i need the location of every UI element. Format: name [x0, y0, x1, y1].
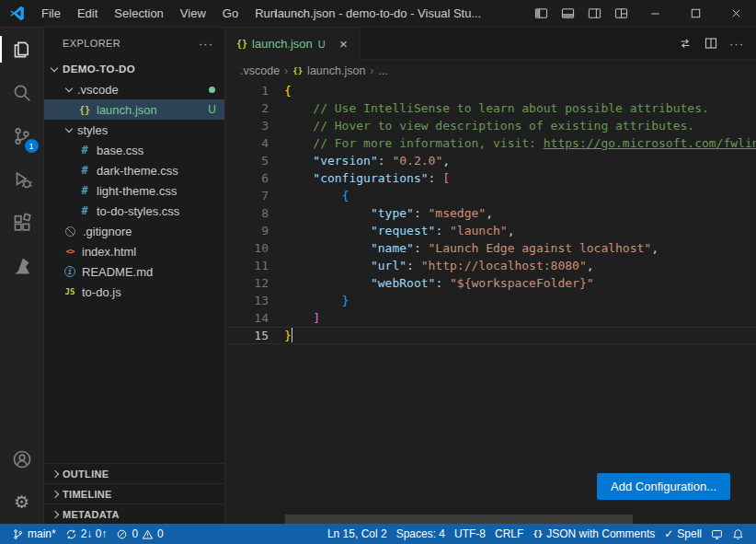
line-number[interactable]: 11 [225, 257, 269, 274]
eol-status[interactable]: CRLF [490, 524, 528, 544]
breadcrumb-folder[interactable]: .vscode [240, 64, 280, 77]
sync-status[interactable]: 2↓ 0↑ [61, 524, 112, 544]
tree-item-base-css[interactable]: #base.css [44, 140, 224, 160]
line-number[interactable]: 10 [225, 239, 269, 257]
branch-status[interactable]: main* [7, 524, 61, 544]
chevron-right-icon: › [370, 64, 373, 77]
line-number[interactable]: 6 [225, 169, 269, 187]
activity-run-debug-button[interactable] [0, 157, 44, 201]
cursor-position-status[interactable]: Ln 15, Col 2 [323, 524, 392, 544]
breadcrumb-symbol[interactable]: ... [379, 64, 388, 77]
line-number[interactable]: 2 [225, 99, 269, 117]
open-changes-button[interactable] [675, 33, 695, 53]
chevron-right-icon [48, 487, 63, 502]
code-line-12[interactable]: 12 "webRoot": "${workspaceFolder}" [225, 274, 756, 292]
toggle-sidebar-button[interactable] [528, 0, 555, 27]
problems-status[interactable]: 0 0 [111, 524, 167, 544]
code-line-10[interactable]: 10 "name": "Launch Edge against localhos… [225, 239, 756, 257]
git-branch-icon [12, 528, 24, 540]
line-number[interactable]: 5 [225, 152, 269, 169]
breadcrumb-file[interactable]: launch.json [307, 64, 365, 77]
tree-item-launch-json[interactable]: {}launch.jsonU [44, 99, 224, 120]
notifications-button[interactable] [727, 524, 749, 544]
editor-more-actions-button[interactable]: ··· [727, 33, 747, 53]
line-number[interactable]: 13 [225, 292, 269, 309]
tree-item-index-html[interactable]: <>index.html [44, 241, 224, 261]
menu-view[interactable]: View [172, 0, 214, 27]
code-line-4[interactable]: 4 // For more information, visit: https:… [225, 134, 756, 152]
line-number[interactable]: 9 [225, 222, 269, 239]
tree-item-to-do-js[interactable]: JSto-do.js [44, 282, 224, 302]
code-line-1[interactable]: 1{ [225, 82, 756, 99]
line-number[interactable]: 3 [225, 117, 269, 134]
code-line-5[interactable]: 5 "version": "0.2.0", [225, 152, 756, 169]
tree-item-readme-md[interactable]: iREADME.md [44, 261, 224, 282]
code-line-15[interactable]: 15} [225, 327, 756, 344]
add-configuration-button[interactable]: Add Configuration... [597, 473, 730, 500]
sidebar-more-actions-button[interactable]: ··· [199, 37, 213, 51]
maximize-button[interactable] [675, 0, 716, 27]
timeline-section-header[interactable]: TIMELINE [44, 483, 224, 503]
tree-item-vscode[interactable]: .vscode [44, 79, 224, 99]
code-line-7[interactable]: 7 { [225, 187, 756, 204]
code-line-6[interactable]: 6 "configurations": [ [225, 169, 756, 187]
scrollbar-thumb[interactable] [285, 515, 633, 524]
settings-button[interactable]: ⚙ [0, 480, 44, 524]
code-line-8[interactable]: 8 "type": "msedge", [225, 204, 756, 222]
css-file-icon: # [77, 143, 92, 157]
code-line-13[interactable]: 13 } [225, 292, 756, 309]
line-number[interactable]: 12 [225, 274, 269, 292]
language-mode-status[interactable]: {} JSON with Comments [528, 524, 659, 544]
horizontal-scrollbar[interactable] [225, 515, 756, 524]
encoding-text: UTF-8 [454, 527, 486, 540]
window-controls [528, 0, 756, 27]
activity-explorer-button[interactable] [0, 28, 44, 71]
code-editor[interactable]: 1{2 // Use IntelliSense to learn about p… [225, 82, 756, 524]
activity-search-button[interactable] [0, 71, 44, 114]
toggle-panel-button[interactable] [555, 0, 581, 27]
tree-item-light-theme-css[interactable]: #light-theme.css [44, 180, 224, 201]
code-text: "request": "launch", [284, 222, 514, 239]
account-button[interactable] [0, 437, 44, 480]
line-number[interactable]: 14 [225, 309, 269, 327]
tab-close-button[interactable]: × [335, 35, 352, 52]
line-number[interactable]: 15 [225, 327, 269, 344]
menu-file[interactable]: File [33, 0, 69, 27]
tree-item-to-do-styles-css[interactable]: #to-do-styles.css [44, 201, 224, 221]
code-text: // Use IntelliSense to learn about possi… [284, 99, 709, 117]
spell-checker-status[interactable]: ✓ Spell [659, 524, 706, 544]
remote-indicator[interactable] [706, 524, 727, 544]
tree-item-gitignore[interactable]: .gitignore [44, 221, 224, 241]
code-line-9[interactable]: 9 "request": "launch", [225, 222, 756, 239]
activity-source-control-button[interactable]: 1 [0, 114, 44, 157]
code-line-11[interactable]: 11 "url": "http://localhost:8080", [225, 257, 756, 274]
tree-item-demo-to-do[interactable]: DEMO-TO-DO [44, 59, 224, 79]
minimize-button[interactable] [635, 0, 675, 27]
line-number[interactable]: 1 [225, 82, 269, 99]
code-line-14[interactable]: 14 ] [225, 309, 756, 327]
encoding-status[interactable]: UTF-8 [450, 524, 490, 544]
metadata-section-header[interactable]: METADATA [44, 503, 224, 524]
activity-extensions-button[interactable] [0, 201, 44, 244]
split-editor-button[interactable] [701, 33, 721, 53]
menu-edit[interactable]: Edit [69, 0, 106, 27]
customize-layout-button[interactable] [608, 0, 635, 27]
activity-azure-button[interactable] [0, 244, 44, 287]
code-line-2[interactable]: 2 // Use IntelliSense to learn about pos… [225, 99, 756, 117]
toggle-secondary-sidebar-button[interactable] [581, 0, 608, 27]
line-number[interactable]: 4 [225, 134, 269, 152]
tree-item-dark-theme-css[interactable]: #dark-theme.css [44, 160, 224, 180]
sidebar-bottom-sections: OUTLINE TIMELINE METADATA [44, 463, 224, 524]
indent-text: Spaces: 4 [396, 527, 445, 540]
indentation-status[interactable]: Spaces: 4 [392, 524, 450, 544]
outline-section-header[interactable]: OUTLINE [44, 463, 224, 483]
window-title: launch.json - demo-to-do - Visual Stu... [275, 6, 482, 20]
tree-item-styles[interactable]: styles [44, 120, 224, 140]
close-button[interactable] [716, 0, 756, 27]
menu-selection[interactable]: Selection [106, 0, 171, 27]
menu-go[interactable]: Go [214, 0, 246, 27]
line-number[interactable]: 7 [225, 187, 269, 204]
line-number[interactable]: 8 [225, 204, 269, 222]
code-line-3[interactable]: 3 // Hover to view descriptions of exist… [225, 117, 756, 134]
tab-launch-json[interactable]: {} launch.json U × [225, 28, 361, 60]
